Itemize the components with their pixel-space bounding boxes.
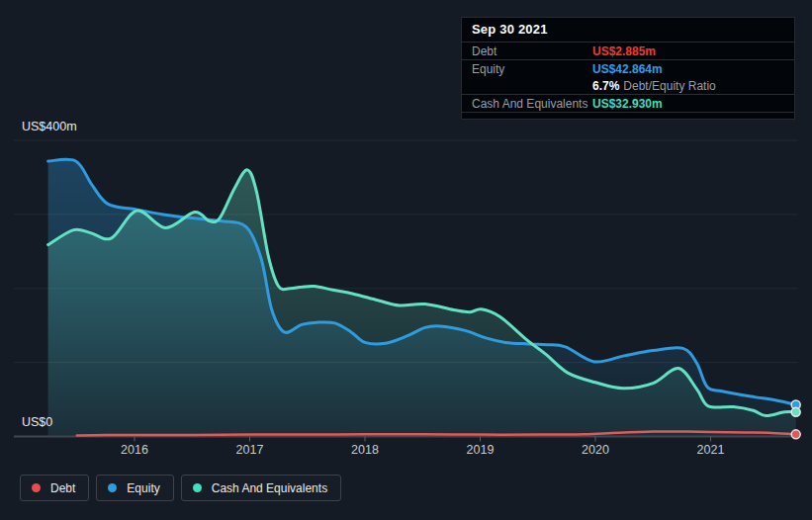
cash-series-dot xyxy=(193,483,202,492)
tooltip-cash-label: Cash And Equivalents xyxy=(472,97,592,111)
legend-label-equity: Equity xyxy=(127,481,159,495)
svg-text:2017: 2017 xyxy=(236,443,264,457)
tooltip-row-equity: Equity US$42.864m xyxy=(462,60,794,77)
tooltip-row-cash: Cash And Equivalents US$32.930m xyxy=(462,95,794,113)
legend-item-debt[interactable]: Debt xyxy=(20,475,89,501)
debt-series-dot xyxy=(32,483,41,492)
tooltip-equity-value: US$42.864m xyxy=(592,62,663,76)
svg-text:US$400m: US$400m xyxy=(22,120,77,133)
svg-text:2020: 2020 xyxy=(582,443,609,457)
debt-equity-history-page: 201620172018201920202021US$400mUS$0 Sep … xyxy=(0,0,812,520)
svg-text:US$0: US$0 xyxy=(22,415,52,429)
tooltip-debt-label: Debt xyxy=(472,44,592,58)
legend-label-debt: Debt xyxy=(50,481,75,495)
svg-text:2021: 2021 xyxy=(697,443,725,457)
svg-text:2018: 2018 xyxy=(351,443,379,457)
svg-text:2016: 2016 xyxy=(121,443,148,457)
legend-label-cash: Cash And Equivalents xyxy=(212,481,327,495)
equity-series-dot xyxy=(108,483,117,492)
chart-legend: Debt Equity Cash And Equivalents xyxy=(20,475,341,501)
legend-item-equity[interactable]: Equity xyxy=(96,475,173,501)
tooltip-ratio-label: Debt/Equity Ratio xyxy=(623,79,715,93)
tooltip-ratio-value: 6.7% xyxy=(592,79,619,93)
tooltip-debt-value: US$2.885m xyxy=(592,44,656,58)
svg-text:2019: 2019 xyxy=(467,443,495,457)
legend-item-cash[interactable]: Cash And Equivalents xyxy=(181,475,341,501)
tooltip-equity-label: Equity xyxy=(472,62,592,76)
tooltip-row-ratio: 6.7%Debt/Equity Ratio xyxy=(462,77,794,95)
tooltip-cash-value: US$32.930m xyxy=(592,97,663,111)
tooltip-date: Sep 30 2021 xyxy=(462,18,794,43)
tooltip-row-debt: Debt US$2.885m xyxy=(462,43,794,60)
chart-tooltip: Sep 30 2021 Debt US$2.885m Equity US$42.… xyxy=(461,17,795,120)
